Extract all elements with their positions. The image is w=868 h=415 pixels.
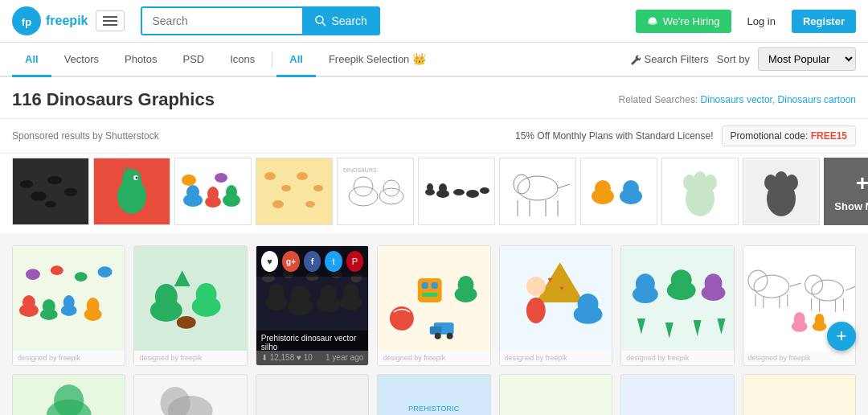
attribution-6: designed by freepik [626, 354, 689, 362]
svg-point-84 [98, 266, 113, 277]
dino-thumb-10-svg [745, 160, 817, 223]
svg-point-114 [447, 333, 453, 339]
tab-all[interactable]: All [12, 43, 51, 77]
tab-photos[interactable]: Photos [112, 43, 170, 77]
grid-item-6-footer: designed by freepik [621, 351, 733, 365]
search-button[interactable]: Search [302, 6, 379, 35]
sponsored-thumb-5[interactable]: DINOSAURS [337, 158, 414, 225]
svg-point-82 [51, 265, 63, 275]
sort-select[interactable]: Most Popular Most Recent Most Relevant [758, 47, 856, 71]
bottom-item-4[interactable]: PREHISTORIC COLLECTION [377, 374, 490, 415]
grid-item-5[interactable]: ♥ ♥ designed by freepik [499, 245, 612, 366]
grid-item-3[interactable]: ♥ g+ f t P Prehistoric dinosaur vector s… [256, 245, 369, 366]
plus-button[interactable]: + [827, 322, 856, 351]
svg-point-2 [316, 16, 323, 23]
svg-point-81 [26, 269, 40, 280]
pinterest-button[interactable]: P [346, 251, 363, 272]
search-btn-label: Search [331, 14, 366, 27]
sponsored-label: Sponsored results by Shutterstock [12, 130, 159, 142]
hamburger-button[interactable] [96, 10, 125, 31]
tab-icons[interactable]: Icons [217, 43, 268, 77]
hiring-button[interactable]: We're Hiring [636, 10, 731, 33]
svg-point-122 [526, 298, 546, 323]
svg-point-78 [63, 295, 75, 310]
bottom-item-5[interactable] [499, 374, 612, 415]
logo[interactable]: fp freepik [12, 6, 88, 35]
attribution-7: designed by freepik [748, 354, 811, 362]
login-button[interactable]: Log in [739, 10, 784, 33]
bottom-item-2[interactable] [133, 374, 247, 415]
svg-point-116 [458, 276, 474, 294]
grid-item-2-footer: designed by freepik [134, 351, 246, 365]
sponsored-thumb-7[interactable] [499, 158, 576, 225]
dino-thumb-5-svg: DINOSAURS [339, 160, 411, 223]
register-label: Register [803, 15, 845, 27]
register-button[interactable]: Register [792, 10, 856, 33]
sponsored-thumb-3[interactable] [174, 158, 252, 225]
search-filters-button[interactable]: Search Filters [629, 53, 709, 65]
dino-thumb-7-svg [502, 160, 574, 223]
bottom-item-6[interactable] [620, 374, 734, 415]
svg-point-23 [207, 187, 219, 201]
grid-item-6[interactable]: designed by freepik [620, 245, 734, 366]
sponsored-thumb-4[interactable] [256, 158, 333, 225]
sponsored-thumb-2[interactable] [93, 158, 170, 225]
sponsored-thumb-6[interactable] [418, 158, 495, 225]
svg-text:fp: fp [22, 16, 31, 28]
svg-point-34 [305, 201, 315, 208]
google-plus-button[interactable]: g+ [282, 251, 299, 272]
grid-item-4[interactable]: designed by freepik [377, 245, 490, 366]
freepik-selection-label: Freepik Selection [329, 53, 409, 65]
search-input[interactable]: dinosaurs [141, 6, 302, 35]
filter-divider [272, 51, 272, 68]
sponsored-thumb-8[interactable] [580, 158, 657, 225]
attribution-4: designed by freepik [383, 354, 445, 362]
svg-text:DINOSAURS: DINOSAURS [343, 167, 377, 173]
bottom-svg-1 [13, 375, 125, 415]
facebook-button[interactable]: f [304, 251, 321, 272]
svg-point-18 [136, 177, 138, 179]
svg-point-10 [31, 191, 47, 201]
attribution-1: designed by freepik [18, 354, 80, 362]
sponsored-thumb-1[interactable] [12, 158, 89, 225]
show-more-label: Show More [834, 200, 868, 212]
svg-rect-85 [134, 246, 246, 350]
svg-rect-109 [422, 293, 438, 297]
related-link-2[interactable]: Dinosaurs cartoon [778, 94, 856, 105]
tab-all-second[interactable]: All [276, 43, 316, 77]
show-more-box[interactable]: + Show More [824, 158, 868, 225]
dino-thumb-1-svg [14, 160, 87, 223]
tab-freepik-selection[interactable]: Freepik Selection 👑 [316, 43, 439, 77]
like-button-3[interactable]: ♥ [261, 251, 278, 272]
header: fp freepik dinosaurs Search We're Hiring… [0, 0, 868, 43]
bottom-item-7[interactable] [743, 374, 856, 415]
grid-item-3-overlay: ♥ g+ f t P [256, 246, 368, 277]
grid-item-3-downloads: ⬇ 12,158 ♥ 10 [261, 353, 313, 362]
sponsored-thumb-10[interactable] [743, 158, 820, 225]
svg-point-95 [291, 286, 310, 306]
tab-psd[interactable]: PSD [170, 43, 217, 77]
svg-text:PREHISTORIC: PREHISTORIC [408, 405, 460, 413]
dino-thumb-8-svg [583, 160, 655, 223]
bottom-item-1[interactable] [12, 374, 125, 415]
promo-code: FREE15 [811, 130, 847, 142]
sponsored-thumb-9[interactable] [661, 158, 739, 225]
svg-point-9 [20, 180, 33, 188]
grid-item-2[interactable]: designed by freepik [133, 245, 247, 366]
related-searches: Related Searches: Dinosaurs vector, Dino… [618, 94, 856, 105]
bottom-row: PREHISTORIC COLLECTION [12, 374, 856, 415]
dino-thumb-6-svg [420, 160, 493, 223]
related-link-1[interactable]: Dinosaurs vector [701, 94, 772, 105]
bottom-item-3[interactable] [256, 374, 369, 415]
tab-vectors[interactable]: Vectors [51, 43, 112, 77]
svg-point-46 [453, 189, 465, 195]
twitter-button[interactable]: t [325, 251, 342, 272]
svg-point-89 [196, 283, 217, 306]
grid-item-6-svg [621, 246, 733, 351]
cloud-icon [647, 15, 658, 27]
svg-text:♥: ♥ [547, 275, 552, 284]
grid-item-1[interactable]: designed by freepik [12, 245, 125, 366]
dino-thumb-2-svg [96, 160, 168, 223]
svg-text:♥: ♥ [559, 285, 563, 292]
grid-item-6-image [621, 246, 733, 351]
